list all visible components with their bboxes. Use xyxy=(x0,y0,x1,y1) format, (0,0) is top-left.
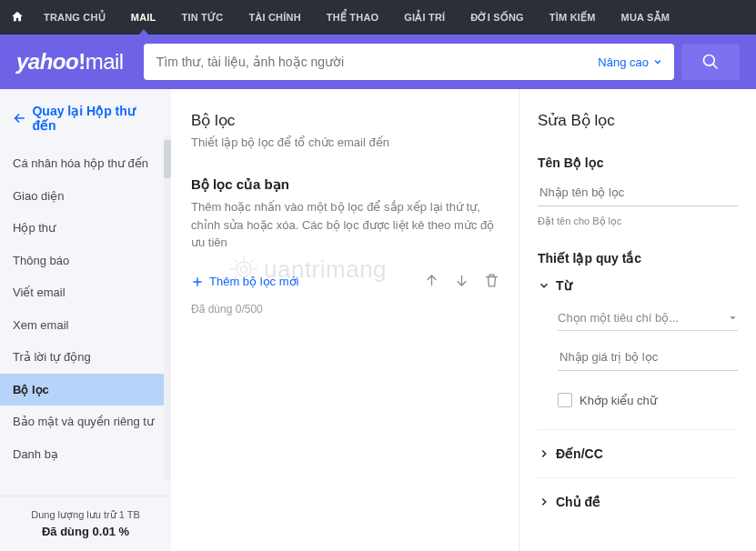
filters-column: Bộ lọc Thiết lập bộ lọc để tổ chức email… xyxy=(171,89,519,551)
your-filters-title: Bộ lọc của bạn xyxy=(191,176,500,193)
add-filter-link[interactable]: Thêm bộ lọc mới xyxy=(191,275,298,288)
rule-from-body: Chọn một tiêu chí bộ... Khớp kiểu chữ xyxy=(538,296,738,416)
storage-info: Dung lượng lưu trữ 1 TB Đã dùng 0.01 % xyxy=(0,496,171,551)
svg-point-0 xyxy=(704,55,715,66)
search-icon xyxy=(701,53,720,71)
rule-section-from[interactable]: Từ xyxy=(538,275,738,296)
filter-name-label: Tên Bộ lọc xyxy=(538,155,738,170)
rules-label: Thiết lập quy tắc xyxy=(538,251,738,265)
rule-section-to-cc[interactable]: Đến/CC xyxy=(538,443,738,465)
checkbox-icon xyxy=(558,393,572,407)
nav-item-mua-sam[interactable]: MUA SẮM xyxy=(609,0,683,35)
nav-item-mail[interactable]: MAIL xyxy=(118,0,169,35)
sidebar-item-personalize[interactable]: Cá nhân hóa hộp thư đến xyxy=(0,147,171,180)
match-case-checkbox[interactable]: Khớp kiểu chữ xyxy=(558,393,738,407)
edit-filter-panel: Sửa Bộ lọc Tên Bộ lọc Đặt tên cho Bộ lọc… xyxy=(519,89,756,551)
arrow-left-icon xyxy=(13,111,26,125)
criteria-select[interactable]: Chọn một tiêu chí bộ... xyxy=(558,306,738,331)
filter-counter: Đã dùng 0/500 xyxy=(191,303,500,316)
sidebar-item-compose[interactable]: Viết email xyxy=(0,276,171,309)
sidebar-item-privacy[interactable]: Bảo mật và quyền riêng tư xyxy=(0,406,171,438)
nav-item-tai-chinh[interactable]: TÀI CHÍNH xyxy=(236,0,313,35)
nav-item-the-thao[interactable]: THỂ THAO xyxy=(314,0,391,35)
header: yahoo!mail Nâng cao xyxy=(0,35,756,89)
filter-name-helper: Đặt tên cho Bộ lọc xyxy=(538,215,738,227)
top-nav: TRANG CHỦ MAIL TIN TỨC TÀI CHÍNH THỂ THA… xyxy=(0,0,756,35)
sidebar-item-appearance[interactable]: Giao diện xyxy=(0,180,171,213)
settings-sidebar: Quay lại Hộp thư đến Cá nhân hóa hộp thư… xyxy=(0,89,171,551)
sidebar-item-autoreply[interactable]: Trả lời tự động xyxy=(0,341,171,374)
rule-section-subject[interactable]: Chủ đề xyxy=(538,491,738,513)
edit-filter-title: Sửa Bộ lọc xyxy=(538,111,738,130)
sidebar-scrollbar[interactable] xyxy=(164,136,171,480)
chevron-down-icon xyxy=(652,56,663,67)
home-icon[interactable] xyxy=(11,10,24,25)
nav-item-doi-song[interactable]: ĐỜI SỐNG xyxy=(458,0,537,35)
chevron-right-icon xyxy=(538,447,550,460)
main-content: Bộ lọc Thiết lập bộ lọc để tổ chức email… xyxy=(171,89,756,551)
sidebar-item-contacts[interactable]: Danh bạ xyxy=(0,438,171,471)
scrollbar-thumb[interactable] xyxy=(164,140,171,178)
storage-used: Đã dùng 0.01 % xyxy=(13,525,158,538)
sidebar-item-view[interactable]: Xem email xyxy=(0,309,171,342)
search-input[interactable] xyxy=(144,55,588,69)
sidebar-item-mailbox[interactable]: Hộp thư xyxy=(0,212,171,245)
sidebar-list: Cá nhân hóa hộp thư đến Giao diện Hộp th… xyxy=(0,147,171,496)
page-subtitle: Thiết lập bộ lọc để tổ chức email đến xyxy=(191,135,500,149)
search-bar: Nâng cao xyxy=(144,44,674,80)
svg-line-1 xyxy=(713,65,718,69)
page-title: Bộ lọc xyxy=(191,111,500,130)
storage-label: Dung lượng lưu trữ 1 TB xyxy=(13,509,158,521)
nav-item-giai-tri[interactable]: GIẢI TRÍ xyxy=(391,0,458,35)
move-down-button[interactable] xyxy=(453,272,470,292)
nav-item-trang-chu[interactable]: TRANG CHỦ xyxy=(31,0,118,35)
filter-name-input[interactable] xyxy=(538,179,738,206)
your-filters-desc: Thêm hoặc nhấn vào một bộ lọc để sắp xếp… xyxy=(191,198,500,252)
filter-value-input[interactable] xyxy=(558,344,738,371)
logo[interactable]: yahoo!mail xyxy=(16,49,124,75)
search-button[interactable] xyxy=(681,44,740,80)
plus-icon xyxy=(191,276,204,288)
nav-item-tin-tuc[interactable]: TIN TỨC xyxy=(169,0,237,35)
move-up-button[interactable] xyxy=(423,272,440,292)
advanced-search-link[interactable]: Nâng cao xyxy=(587,55,674,69)
sidebar-item-notifications[interactable]: Thông báo xyxy=(0,245,171,277)
caret-down-icon xyxy=(728,313,738,323)
chevron-right-icon xyxy=(538,496,550,508)
back-to-inbox-link[interactable]: Quay lại Hộp thư đến xyxy=(0,89,171,147)
nav-item-tim-kiem[interactable]: TÌM KIẾM xyxy=(537,0,609,35)
delete-button[interactable] xyxy=(483,272,500,292)
filter-actions-row: Thêm bộ lọc mới xyxy=(191,272,500,292)
sidebar-item-filters[interactable]: Bộ lọc xyxy=(0,374,171,406)
chevron-down-icon xyxy=(538,279,550,292)
